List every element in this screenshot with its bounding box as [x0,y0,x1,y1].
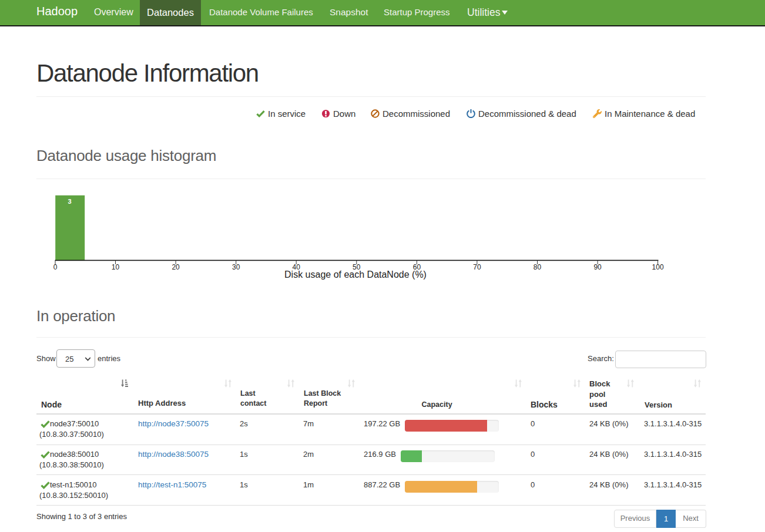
svg-text:80: 80 [534,263,542,271]
svg-text:100: 100 [652,263,664,271]
svg-text:10: 10 [112,263,120,271]
svg-text:30: 30 [232,263,240,271]
svg-text:90: 90 [593,263,602,271]
svg-text:70: 70 [473,263,481,271]
svg-text:Disk usage of each DataNode (%: Disk usage of each DataNode (%) [284,270,427,280]
svg-text:0: 0 [53,263,58,271]
svg-text:20: 20 [172,263,180,271]
svg-text:3: 3 [68,198,71,205]
